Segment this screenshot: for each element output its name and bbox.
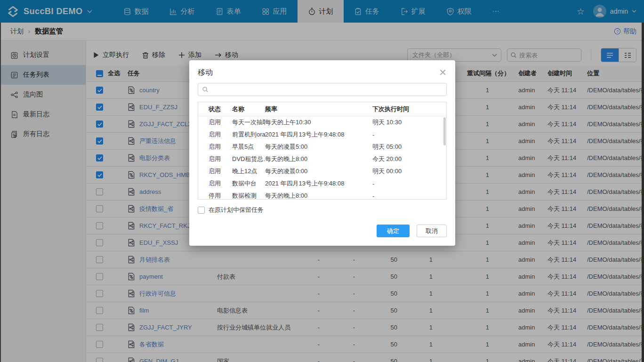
plan-row[interactable]: 启用 DVD租赁总... 每天的晚上8:00 今天 20:00 xyxy=(198,153,446,165)
window-left-edge xyxy=(0,23,1,362)
move-dialog: 移动 ✕ 状态 名称 频率 下次执行时间 启用 每天一次抽取 每天的上午10:3… xyxy=(189,60,455,246)
plan-freq: 每天的晚上8:00 xyxy=(265,155,372,163)
plan-name: 前置机到ora... xyxy=(232,130,265,139)
plan-search-input[interactable] xyxy=(211,86,443,93)
plan-row[interactable]: 启用 每天一次抽取 每天的上午10:30 明天 10:30 xyxy=(198,116,446,129)
plan-freq: 2021 年四月13号上午9:48:08 xyxy=(265,179,372,188)
plan-next: 明天 10:30 xyxy=(372,118,446,127)
plan-table-header: 状态 名称 频率 下次执行时间 xyxy=(198,102,446,116)
close-icon[interactable]: ✕ xyxy=(439,68,447,77)
plan-row[interactable]: 启用 数据中台 2021 年四月13号上午9:48:08 - xyxy=(198,177,446,190)
plan-row[interactable]: 停用 数据检测 每天的晚上8:00 - xyxy=(198,190,446,200)
search-icon xyxy=(202,86,209,93)
plan-status: 启用 xyxy=(209,167,232,176)
plan-status: 启用 xyxy=(209,155,232,163)
plan-status: 启用 xyxy=(209,130,232,139)
cancel-button[interactable]: 取消 xyxy=(417,225,447,237)
dialog-title: 移动 xyxy=(198,68,213,78)
plan-freq: 2021 年四月13号上午9:48:08 xyxy=(265,130,372,139)
col-next: 下次执行时间 xyxy=(372,105,446,113)
plan-next: - xyxy=(372,131,446,138)
plan-freq: 每天的上午10:30 xyxy=(265,118,372,127)
plan-next: 今天 20:00 xyxy=(372,155,446,163)
plan-next: 明天 00:00 xyxy=(372,167,446,176)
plan-freq: 每天的凌晨0:00 xyxy=(265,167,372,176)
plan-name: 每天一次抽取 xyxy=(232,118,265,127)
keep-task-checkbox[interactable] xyxy=(198,207,205,214)
plan-name: 晚上12点 xyxy=(232,167,265,176)
plan-next: - xyxy=(372,193,446,200)
plan-name: DVD租赁总... xyxy=(232,155,265,163)
plan-name: 早晨5点 xyxy=(232,143,265,151)
plan-name: 数据检测 xyxy=(232,192,265,200)
plan-status: 启用 xyxy=(209,118,232,127)
col-name: 名称 xyxy=(232,105,265,113)
plan-row[interactable]: 启用 晚上12点 每天的凌晨0:00 明天 00:00 xyxy=(198,165,446,177)
col-status: 状态 xyxy=(209,105,232,113)
plan-freq: 每天的凌晨5:00 xyxy=(265,143,372,151)
col-freq: 频率 xyxy=(265,105,372,113)
plan-status: 停用 xyxy=(209,192,232,200)
plan-status: 启用 xyxy=(209,179,232,188)
plan-freq: 每天的晚上8:00 xyxy=(265,192,372,200)
plan-name: 数据中台 xyxy=(232,179,265,188)
plan-row[interactable]: 启用 早晨5点 每天的凌晨5:00 明天 05:00 xyxy=(198,141,446,153)
plan-next: - xyxy=(372,180,446,187)
keep-task-option[interactable]: 在原计划中保留任务 xyxy=(198,206,447,214)
plan-row[interactable]: 启用 前置机到ora... 2021 年四月13号上午9:48:08 - xyxy=(198,129,446,141)
plan-next: 明天 05:00 xyxy=(372,143,446,151)
plan-status: 启用 xyxy=(209,143,232,151)
keep-task-label: 在原计划中保留任务 xyxy=(209,206,264,214)
plan-table: 状态 名称 频率 下次执行时间 启用 每天一次抽取 每天的上午10:30 明天 … xyxy=(198,102,447,200)
scrollbar-thumb[interactable] xyxy=(443,117,446,145)
plan-search xyxy=(198,83,447,96)
ok-button[interactable]: 确定 xyxy=(377,225,410,237)
scrollbar-track[interactable] xyxy=(642,23,644,362)
